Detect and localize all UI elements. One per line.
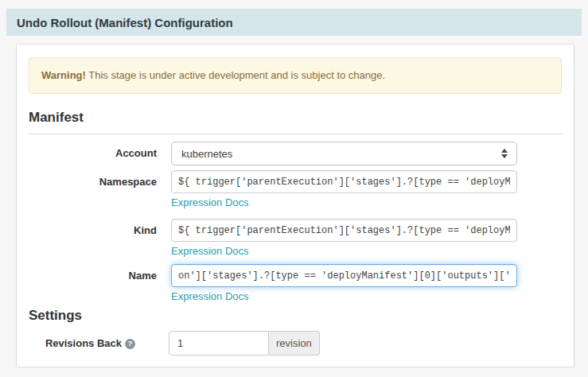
stage-config-panel: Warning! This stage is under active deve… [16, 44, 574, 367]
namespace-row: Namespace Expression Docs [29, 170, 562, 209]
account-row: Account kubernetes [29, 142, 562, 165]
name-expression-docs-link[interactable]: Expression Docs [171, 290, 249, 302]
warning-text: This stage is under active development a… [86, 69, 385, 81]
namespace-input[interactable] [171, 170, 517, 193]
revisions-back-label: Revisions Back? [29, 331, 135, 356]
question-circle-icon[interactable]: ? [125, 339, 135, 349]
manifest-section-title: Manifest [29, 110, 562, 126]
kind-input[interactable] [171, 219, 517, 242]
namespace-expression-docs-link[interactable]: Expression Docs [171, 196, 249, 208]
kind-expression-docs-link[interactable]: Expression Docs [171, 245, 249, 257]
warning-alert: Warning! This stage is under active deve… [29, 57, 562, 94]
stage-config-header: Undo Rollout (Manifest) Configuration [6, 9, 582, 36]
account-select[interactable]: kubernetes [171, 142, 517, 165]
warning-label: Warning! [41, 69, 86, 81]
revisions-back-input-group: revision [169, 331, 320, 356]
namespace-label: Namespace [29, 170, 157, 194]
kind-row: Kind Expression Docs [29, 219, 562, 258]
page-title: Undo Rollout (Manifest) Configuration [17, 16, 233, 29]
name-input[interactable] [171, 264, 517, 287]
manifest-section-divider [29, 134, 562, 134]
account-label: Account [29, 142, 157, 165]
revisions-back-input[interactable] [169, 331, 269, 356]
revision-addon-label: revision [269, 331, 320, 356]
name-label: Name [29, 264, 157, 288]
kind-label: Kind [29, 219, 157, 243]
up-down-arrows-icon [501, 149, 508, 158]
revisions-back-row: Revisions Back? revision [29, 331, 562, 356]
settings-section-title: Settings [29, 308, 562, 324]
account-select-value: kubernetes [181, 148, 232, 160]
name-row: Name Expression Docs [29, 264, 562, 303]
